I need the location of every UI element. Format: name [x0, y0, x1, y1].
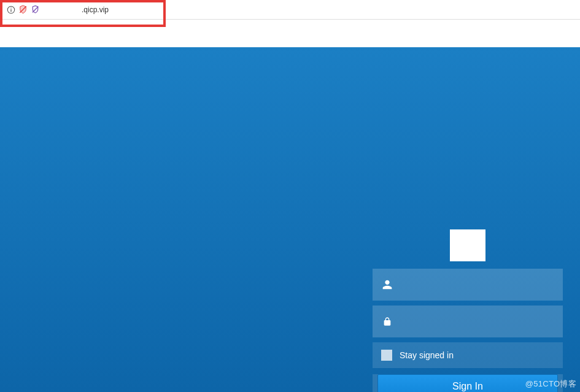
stay-signed-in-row[interactable]: Stay signed in [373, 342, 563, 368]
stay-signed-in-label: Stay signed in [400, 350, 454, 360]
svg-point-2 [10, 7, 12, 9]
svg-rect-1 [10, 9, 11, 11]
login-block: Stay signed in Sign In [373, 229, 563, 392]
tracking-protection-icon[interactable] [31, 5, 40, 14]
shield-slash-icon[interactable] [18, 5, 28, 14]
username-row [373, 269, 563, 301]
username-input[interactable] [401, 269, 554, 301]
lock-icon [381, 314, 393, 329]
page-body: Stay signed in Sign In @51CTO博客 [0, 20, 580, 392]
user-icon [381, 277, 393, 292]
login-background-panel: Stay signed in Sign In @51CTO博客 [0, 47, 580, 392]
info-icon[interactable] [6, 5, 15, 14]
watermark-text: @51CTO博客 [525, 379, 576, 390]
password-input[interactable] [401, 306, 554, 337]
address-bar-icons [6, 5, 40, 14]
url-text[interactable]: .qicp.vip [82, 6, 109, 14]
login-form: Stay signed in Sign In [373, 269, 563, 392]
password-row [373, 306, 563, 337]
logo-placeholder [450, 229, 485, 261]
browser-address-bar[interactable]: .qicp.vip [0, 0, 580, 20]
stay-signed-in-checkbox[interactable] [381, 350, 392, 361]
